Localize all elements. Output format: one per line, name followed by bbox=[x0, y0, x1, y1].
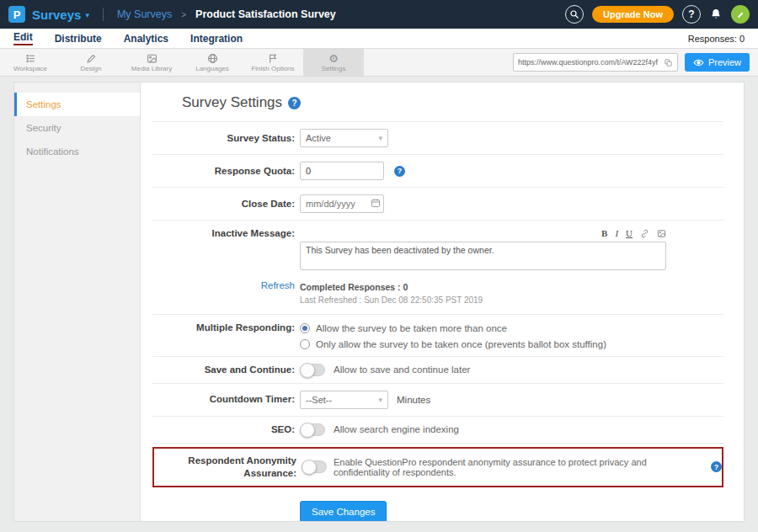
anonymity-highlight-box: Respondent Anonymity Assurance: Enable Q… bbox=[152, 447, 723, 487]
bell-icon bbox=[709, 8, 723, 21]
response-quota-help-icon[interactable]: ? bbox=[394, 166, 405, 177]
breadcrumb-my-surveys[interactable]: My Surveys bbox=[117, 8, 172, 20]
chevron-down-icon: ▾ bbox=[378, 134, 382, 142]
pencil-icon bbox=[736, 10, 745, 19]
edit-profile-button[interactable] bbox=[731, 5, 750, 24]
brand-label: Surveys bbox=[32, 8, 81, 22]
toolbar-item-media-library[interactable]: Media Library bbox=[121, 49, 182, 76]
tab-edit[interactable]: Edit bbox=[13, 31, 33, 45]
bold-button[interactable]: B bbox=[601, 229, 607, 238]
radio-option-once-only[interactable]: Only allow the survey to be taken once (… bbox=[300, 339, 606, 349]
insert-image-button[interactable] bbox=[657, 229, 666, 238]
search-icon bbox=[569, 9, 579, 19]
settings-main: Survey Settings ? Survey Status: Active … bbox=[141, 82, 744, 521]
tab-distribute[interactable]: Distribute bbox=[55, 33, 102, 45]
tab-integration[interactable]: Integration bbox=[190, 33, 243, 45]
divider bbox=[103, 8, 104, 21]
survey-status-value: Active bbox=[306, 133, 331, 143]
copy-url-button[interactable] bbox=[664, 58, 673, 67]
sidebar-item-security[interactable]: Security bbox=[14, 116, 140, 140]
radio-option-label: Allow the survey to be taken more than o… bbox=[316, 323, 507, 333]
globe-icon bbox=[207, 53, 218, 64]
seo-toggle[interactable] bbox=[300, 423, 325, 436]
survey-status-select[interactable]: Active ▾ bbox=[300, 129, 388, 147]
close-date-row: Close Date: bbox=[152, 188, 723, 221]
countdown-timer-select[interactable]: --Set-- ▾ bbox=[300, 391, 388, 409]
save-changes-button[interactable]: Save Changes bbox=[300, 501, 387, 521]
sidebar-item-notifications[interactable]: Notifications bbox=[14, 140, 140, 163]
image-icon bbox=[657, 229, 666, 238]
close-date-wrap bbox=[300, 194, 384, 213]
notifications-button[interactable] bbox=[709, 8, 723, 21]
anonymity-help-icon[interactable]: ? bbox=[711, 461, 722, 472]
title-help-icon[interactable]: ? bbox=[288, 97, 301, 109]
toolbar-item-languages[interactable]: Languages bbox=[182, 49, 243, 76]
anonymity-toggle[interactable] bbox=[302, 460, 327, 473]
topbar-actions: Upgrade Now ? bbox=[565, 5, 750, 24]
refresh-info: Completed Responses : 0 Last Refreshed :… bbox=[300, 280, 483, 307]
search-button[interactable] bbox=[565, 5, 584, 24]
chevron-down-icon: ▾ bbox=[85, 9, 89, 19]
save-and-continue-toggle[interactable] bbox=[300, 364, 325, 376]
question-mark-icon: ? bbox=[688, 8, 694, 20]
countdown-timer-label: Countdown Timer: bbox=[152, 393, 300, 406]
inactive-message-editor: B I U Thi bbox=[300, 227, 666, 270]
toolbar-item-finish-options[interactable]: Finish Options bbox=[243, 49, 303, 76]
sidebar-item-settings[interactable]: Settings bbox=[14, 93, 140, 116]
response-quota-row: Response Quota: ? bbox=[152, 155, 723, 188]
inactive-message-textarea[interactable]: This Survey has been deactivated by the … bbox=[300, 242, 666, 270]
multiple-responding-row: Multiple Responding: Allow the survey to… bbox=[152, 315, 723, 357]
tab-analytics[interactable]: Analytics bbox=[124, 33, 168, 45]
save-and-continue-label: Save and Continue: bbox=[152, 364, 300, 376]
gear-icon: ⚙ bbox=[328, 53, 339, 64]
settings-sidebar: Settings Security Notifications bbox=[14, 82, 141, 521]
last-refreshed-text: Last Refreshed : Sun Dec 08 22:50:35 PST… bbox=[300, 294, 483, 307]
page-title: Product Satisfaction Survey bbox=[195, 8, 336, 20]
anonymity-cell: Enable QuestionPro respondent anonymity … bbox=[302, 457, 722, 477]
preview-label: Preview bbox=[708, 57, 741, 67]
multiple-responding-label: Multiple Responding: bbox=[152, 322, 300, 334]
seo-row: SEO: Allow search engine indexing bbox=[152, 417, 723, 444]
survey-status-label: Survey Status: bbox=[152, 132, 300, 145]
toolbar-item-label: Finish Options bbox=[251, 65, 294, 72]
link-icon bbox=[640, 229, 649, 238]
radio-button-icon[interactable] bbox=[300, 323, 310, 333]
refresh-link[interactable]: Refresh bbox=[152, 280, 300, 290]
toolbar-item-label: Settings bbox=[322, 65, 346, 72]
link-button[interactable] bbox=[640, 229, 649, 238]
radio-button-icon[interactable] bbox=[300, 339, 310, 349]
seo-label: SEO: bbox=[152, 423, 300, 436]
italic-button[interactable]: I bbox=[615, 229, 618, 238]
response-quota-label: Response Quota: bbox=[152, 165, 300, 178]
survey-url-field[interactable]: https://www.questionpro.com/t/AW222f4yf bbox=[513, 53, 678, 72]
toolbar-item-label: Workspace bbox=[13, 65, 47, 72]
questionpro-logo[interactable]: P bbox=[8, 6, 25, 23]
close-date-label: Close Date: bbox=[152, 198, 300, 210]
refresh-row: Refresh Completed Responses : 0 Last Ref… bbox=[152, 277, 723, 315]
toolbar-item-design[interactable]: Design bbox=[61, 49, 121, 76]
settings-title: Survey Settings bbox=[182, 94, 282, 111]
anonymity-text: Enable QuestionPro respondent anonymity … bbox=[334, 457, 704, 477]
save-and-continue-text: Allow to save and continue later bbox=[334, 364, 470, 375]
richtext-toolbar: B I U bbox=[300, 227, 666, 239]
help-button[interactable]: ? bbox=[682, 5, 701, 24]
toolbar-item-workspace[interactable]: Workspace bbox=[0, 49, 61, 76]
completed-responses-text: Completed Responses : 0 bbox=[300, 280, 483, 294]
toolbar-item-label: Media Library bbox=[131, 65, 172, 72]
calendar-icon[interactable] bbox=[371, 198, 381, 208]
underline-button[interactable]: U bbox=[626, 229, 633, 238]
toolbar-item-settings[interactable]: ⚙ Settings bbox=[303, 49, 364, 76]
eye-icon bbox=[693, 57, 704, 68]
toolbar-item-label: Languages bbox=[195, 65, 229, 72]
product-switcher[interactable]: Surveys ▾ bbox=[32, 8, 89, 22]
response-quota-input[interactable] bbox=[300, 162, 384, 180]
toolbar-right: https://www.questionpro.com/t/AW222f4yf … bbox=[513, 49, 758, 76]
main-nav: Edit Distribute Analytics Integration Re… bbox=[0, 29, 758, 49]
preview-button[interactable]: Preview bbox=[685, 53, 750, 72]
save-row: Save Changes bbox=[152, 491, 723, 521]
responses-count: Responses: 0 bbox=[688, 34, 745, 44]
seo-text: Allow search engine indexing bbox=[334, 424, 459, 434]
upgrade-now-button[interactable]: Upgrade Now bbox=[592, 6, 674, 23]
radio-option-multiple-allowed[interactable]: Allow the survey to be taken more than o… bbox=[300, 323, 606, 333]
topbar: P Surveys ▾ My Surveys > Product Satisfa… bbox=[0, 0, 758, 29]
